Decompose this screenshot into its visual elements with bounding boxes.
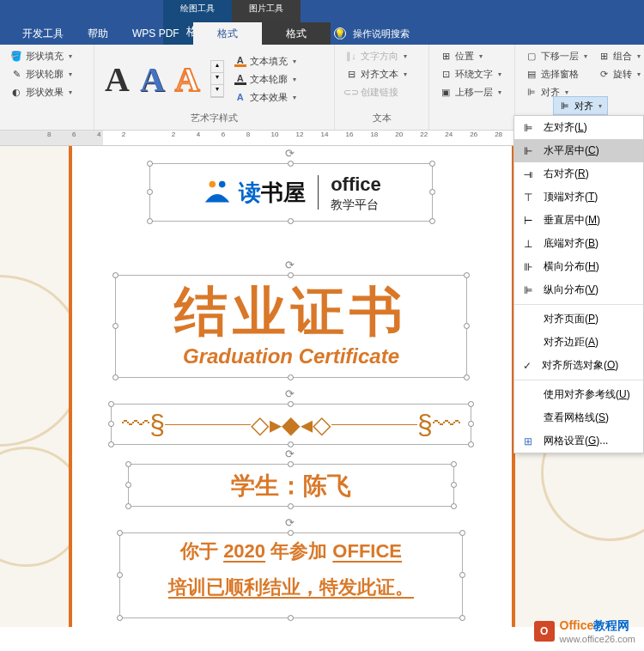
rotate-button[interactable]: ⟳旋转▾ — [594, 66, 644, 82]
align-icon: ⊫ — [559, 100, 571, 112]
office-logo-icon: O — [534, 621, 555, 642]
menu-align-bottom[interactable]: ⊥底端对齐(B) — [514, 232, 643, 255]
menu-align-center-h[interactable]: ⊩水平居中(C) — [514, 139, 643, 162]
tell-me-label: 操作说明搜索 — [353, 27, 410, 40]
shape-outline-button[interactable]: ✎形状轮廓▾ — [7, 66, 76, 82]
text-direction-icon: ∥↓ — [345, 51, 357, 63]
backward-icon: ▢ — [526, 51, 538, 63]
text-direction-button: ∥↓文字方向▾ — [342, 48, 410, 64]
gallery-more[interactable]: ▾ — [211, 85, 223, 97]
align-right-icon: ⫣ — [521, 168, 535, 180]
wordart-gallery[interactable]: A A A ▴ ▾ ▾ — [101, 52, 228, 106]
menu-distribute-v[interactable]: ⊫纵向分布(V) — [514, 278, 643, 301]
selection-icon: ▤ — [526, 69, 538, 81]
watermark: O Office教程网 www.office26.com — [534, 618, 635, 644]
title-cn: 结业证书 — [116, 276, 466, 348]
wordart-style-2[interactable]: A — [140, 59, 165, 100]
menu-align-to-selected[interactable]: ✓对齐所选对象(O) — [514, 354, 643, 377]
picture-tools-label: 图片工具 — [232, 0, 301, 17]
gallery-nav: ▴ ▾ ▾ — [210, 60, 224, 98]
page: 读书屋 office 教学平台 ⟳ 结业证书 Graduation Certif… — [69, 146, 515, 627]
align-dropdown-menu: ⊫左对齐(L) ⊩水平居中(C) ⫣右对齐(R) ⊤顶端对齐(T) ⊢垂直居中(… — [513, 115, 644, 453]
send-backward-button[interactable]: ▢下移一层▾ — [522, 48, 591, 64]
forward-icon: ▣ — [440, 87, 452, 99]
menu-align-top[interactable]: ⊤顶端对齐(T) — [514, 186, 643, 209]
rotate-handle-icon[interactable]: ⟳ — [285, 147, 297, 159]
check-icon: ✓ — [521, 360, 533, 372]
rotate-handle-icon[interactable]: ⟳ — [285, 447, 297, 459]
svg-point-1 — [219, 181, 226, 188]
align-icon: ⊫ — [526, 87, 538, 99]
tab-bar: 开发工具 帮助 WPS PDF 格式 格式 💡 操作说明搜索 — [0, 22, 644, 45]
bulb-icon: 💡 — [334, 27, 346, 40]
wordart-group-label: 艺术字样式 — [101, 110, 327, 126]
gallery-down[interactable]: ▾ — [211, 73, 223, 85]
effects-icon: ◐ — [10, 87, 22, 99]
text-effects-button[interactable]: A文本效果▾ — [231, 89, 300, 106]
menu-grid-settings[interactable]: ⊞网格设置(G)... — [514, 429, 643, 453]
rotate-handle-icon[interactable]: ⟳ — [285, 387, 297, 399]
align-dropdown-open[interactable]: ⊫ 对齐▾ — [553, 96, 608, 115]
title-en: Graduation Certificate — [116, 344, 466, 368]
align-center-h-icon: ⊩ — [521, 145, 535, 157]
position-icon: ⊞ — [440, 51, 452, 63]
tab-format-picture[interactable]: 格式 — [262, 22, 331, 45]
tell-me-search[interactable]: 💡 操作说明搜索 — [334, 27, 410, 40]
position-button[interactable]: ⊞位置▾ — [436, 48, 505, 64]
align-text-button[interactable]: ⊟对齐文本▾ — [342, 66, 410, 82]
wrap-text-button[interactable]: ⊡环绕文字▾ — [436, 66, 505, 82]
tab-wps-pdf[interactable]: WPS PDF — [120, 22, 191, 45]
grid-icon: ⊞ — [521, 435, 535, 447]
logo-icon — [201, 178, 234, 207]
title-object[interactable]: 结业证书 Graduation Certificate ⟳ — [115, 275, 467, 378]
wrap-icon: ⊡ — [440, 69, 452, 81]
logo-brand: 读书屋 — [239, 178, 306, 208]
text-fill-button[interactable]: A文本填充▾ — [231, 53, 300, 70]
tab-help[interactable]: 帮助 — [76, 22, 120, 45]
selection-pane-button[interactable]: ▤选择窗格 — [522, 66, 591, 82]
menu-align-to-margin[interactable]: 对齐边距(A) — [514, 331, 643, 354]
logo-divider — [318, 175, 319, 210]
rotate-handle-icon[interactable]: ⟳ — [285, 259, 297, 271]
link-icon: ⊂⊃ — [345, 87, 357, 99]
logo-object[interactable]: 读书屋 office 教学平台 ⟳ — [149, 163, 433, 222]
drawing-tools-label: 绘图工具 — [163, 0, 232, 17]
menu-view-grid[interactable]: 查看网格线(S) — [514, 406, 643, 429]
menu-align-right[interactable]: ⫣右对齐(R) — [514, 162, 643, 186]
logo-subtitle: office 教学平台 — [331, 173, 381, 213]
pencil-icon: ✎ — [10, 69, 22, 81]
tab-dev-tools[interactable]: 开发工具 — [10, 22, 76, 45]
student-text: 学生：陈飞 — [129, 465, 453, 502]
align-text-icon: ⊟ — [345, 69, 357, 81]
menu-align-middle-v[interactable]: ⊢垂直居中(M) — [514, 209, 643, 232]
group-button[interactable]: ⊞组合▾ — [594, 48, 644, 64]
menu-align-left[interactable]: ⊫左对齐(L) — [514, 116, 643, 139]
menu-use-guides[interactable]: 使用对齐参考线(U) — [514, 383, 643, 406]
group-icon: ⊞ — [598, 51, 610, 63]
rotate-handle-icon[interactable]: ⟳ — [285, 516, 297, 528]
distribute-v-icon: ⊫ — [521, 284, 535, 296]
svg-point-0 — [210, 181, 216, 188]
wordart-style-3[interactable]: A — [175, 59, 200, 100]
tab-format-drawing[interactable]: 格式 — [193, 22, 262, 45]
text-fill-icon: A — [234, 55, 246, 67]
distribute-h-icon: ⊪ — [521, 261, 535, 273]
create-link-button: ⊂⊃创建链接 — [342, 84, 410, 100]
content-object[interactable]: 你于 2020 年参加 OFFICE 培训已顺利结业，特发此证。 ⟳ — [119, 532, 463, 618]
shape-effects-button[interactable]: ◐形状效果▾ — [7, 84, 76, 100]
rotate-icon: ⟳ — [598, 69, 610, 81]
text-outline-button[interactable]: A文本轮廓▾ — [231, 71, 300, 88]
student-object[interactable]: 学生：陈飞 ⟳ — [128, 464, 454, 507]
align-middle-v-icon: ⊢ — [521, 215, 535, 227]
bring-forward-button[interactable]: ▣上移一层▾ — [436, 84, 505, 100]
shape-fill-button[interactable]: 🪣形状填充▾ — [7, 48, 76, 64]
paint-bucket-icon: 🪣 — [10, 51, 22, 63]
flourish-ornament: 〰§◇▸◆◂◇§〰 — [112, 405, 471, 444]
text-group-label: 文本 — [342, 110, 422, 126]
menu-align-to-page[interactable]: 对齐页面(P) — [514, 307, 643, 331]
menu-distribute-h[interactable]: ⊪横向分布(H) — [514, 255, 643, 278]
gallery-up[interactable]: ▴ — [211, 61, 223, 73]
wordart-style-1[interactable]: A — [105, 59, 130, 100]
content-text: 你于 2020 年参加 OFFICE 培训已顺利结业，特发此证。 — [120, 533, 462, 605]
flourish-object[interactable]: 〰§◇▸◆◂◇§〰 ⟳ — [111, 404, 471, 445]
